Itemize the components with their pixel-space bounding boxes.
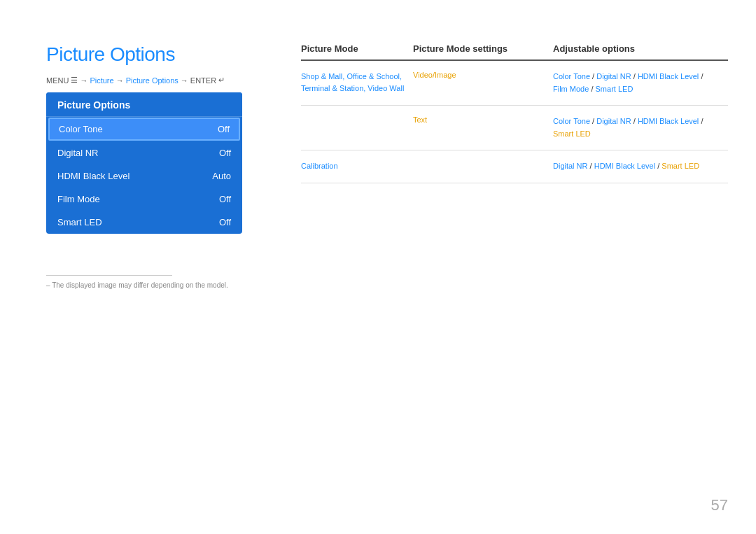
- menu-item-label: Color Tone: [59, 124, 103, 134]
- breadcrumb-enter: ENTER: [190, 76, 216, 85]
- menu-item-value: Off: [218, 124, 230, 134]
- menu-item-label: Film Mode: [57, 194, 100, 204]
- menu-item-digital-nr[interactable]: Digital NR Off: [46, 141, 242, 164]
- table-section: Picture Mode Picture Mode settings Adjus…: [301, 43, 728, 183]
- menu-item-value: Off: [219, 194, 231, 204]
- breadcrumb-arrow1: →: [80, 76, 88, 85]
- col-header-mode: Picture Mode: [301, 43, 413, 54]
- panel-divider: [46, 275, 172, 276]
- col-header-settings: Picture Mode settings: [413, 43, 553, 54]
- footnote: – The displayed image may differ dependi…: [46, 281, 228, 289]
- col-header-adjustable: Adjustable options: [553, 43, 728, 54]
- breadcrumb: MENU ☰ → Picture → Picture Options → ENT…: [46, 76, 225, 85]
- row2-settings: Text: [413, 115, 553, 124]
- menu-item-value: Off: [219, 217, 231, 227]
- breadcrumb-arrow3: →: [181, 76, 188, 85]
- page-number: 57: [711, 496, 728, 514]
- menu-item-color-tone[interactable]: Color Tone Off: [48, 118, 240, 141]
- table-header: Picture Mode Picture Mode settings Adjus…: [301, 43, 728, 61]
- menu-item-label: HDMI Black Level: [57, 171, 130, 181]
- menu-item-smart-led[interactable]: Smart LED Off: [46, 211, 242, 234]
- row1-adjustable: Color Tone / Digital NR / HDMI Black Lev…: [553, 71, 728, 95]
- breadcrumb-link-picture[interactable]: Picture: [90, 76, 113, 85]
- menu-item-label: Digital NR: [57, 148, 99, 158]
- row3-adjustable: Digital NR / HDMI Black Level / Smart LE…: [553, 160, 728, 173]
- menu-panel: Picture Options Color Tone Off Digital N…: [46, 92, 242, 234]
- breadcrumb-menu: MENU: [46, 76, 69, 85]
- row3-mode: Calibration: [301, 160, 413, 172]
- page-title: Picture Options: [46, 43, 175, 66]
- table-row: Calibration Digital NR / HDMI Black Leve…: [301, 150, 728, 183]
- row1-settings: Video/Image: [413, 71, 553, 79]
- menu-panel-title: Picture Options: [46, 92, 242, 117]
- menu-item-hdmi-black-level[interactable]: HDMI Black Level Auto: [46, 164, 242, 188]
- menu-item-film-mode[interactable]: Film Mode Off: [46, 188, 242, 211]
- row2-adjustable: Color Tone / Digital NR / HDMI Black Lev…: [553, 115, 728, 140]
- menu-item-label: Smart LED: [57, 217, 102, 227]
- table-row: Shop & Mall, Office & School,Terminal & …: [301, 61, 728, 106]
- table-row: Text Color Tone / Digital NR / HDMI Blac…: [301, 106, 728, 150]
- breadcrumb-link-picture-options[interactable]: Picture Options: [126, 76, 178, 85]
- breadcrumb-menu-icon: ☰: [71, 76, 78, 85]
- breadcrumb-enter-icon: ↵: [218, 76, 225, 85]
- menu-item-value: Off: [219, 148, 231, 158]
- row1-mode: Shop & Mall, Office & School,Terminal & …: [301, 71, 413, 94]
- menu-item-value: Auto: [212, 171, 231, 181]
- breadcrumb-arrow2: →: [116, 76, 124, 85]
